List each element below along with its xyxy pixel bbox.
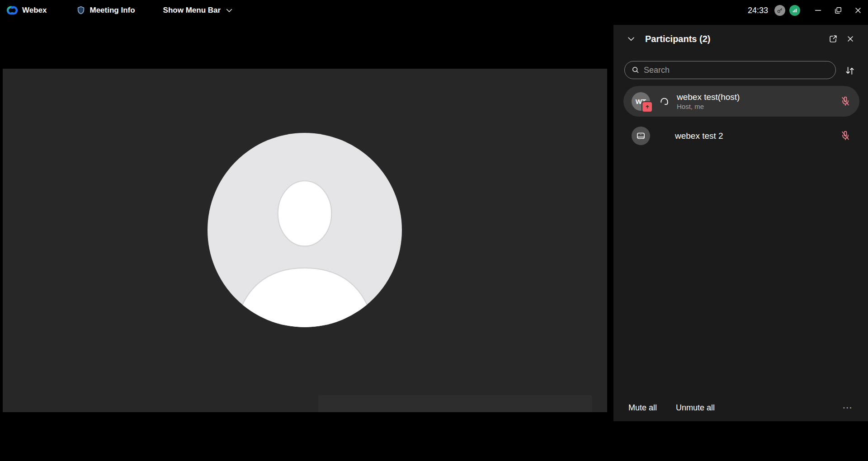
close-panel-icon[interactable] <box>842 31 859 47</box>
video-stage <box>3 69 607 412</box>
meeting-info-button[interactable]: Meeting Info <box>76 5 135 15</box>
avatar <box>632 127 650 145</box>
mic-muted-icon[interactable] <box>840 130 851 141</box>
shield-icon <box>76 5 86 15</box>
participants-panel: Participants (2) <box>613 25 868 421</box>
participant-avatar-placeholder <box>208 133 402 327</box>
webex-app-button[interactable]: Webex <box>6 5 47 16</box>
mic-muted-icon[interactable] <box>840 95 851 107</box>
participants-panel-header: Participants (2) <box>613 25 868 53</box>
minimize-button[interactable] <box>808 0 828 21</box>
show-menu-bar-label: Show Menu Bar <box>163 6 221 15</box>
participants-panel-footer: Mute all Unmute all ⋯ <box>613 398 868 418</box>
meeting-info-label: Meeting Info <box>90 6 135 15</box>
participant-name: webex test(host) <box>677 92 740 102</box>
control-bar: CC Unmute Start video Share <box>0 421 868 461</box>
show-menu-bar-button[interactable]: Show Menu Bar <box>163 6 234 15</box>
close-window-button[interactable] <box>848 0 868 21</box>
webex-logo-icon <box>6 5 18 16</box>
restore-window-button[interactable] <box>828 0 848 21</box>
search-input[interactable] <box>624 61 836 79</box>
connection-quality-icon[interactable] <box>789 5 800 16</box>
chevron-down-icon <box>225 6 234 15</box>
lock-key-indicator-icon[interactable] <box>774 5 785 16</box>
panel-more-options-button[interactable]: ⋯ <box>842 402 853 414</box>
participant-search <box>624 61 836 79</box>
sort-participants-icon[interactable] <box>840 63 859 78</box>
unmute-all-button[interactable]: Unmute all <box>676 403 715 413</box>
title-bar: Webex Meeting Info Show Menu Bar 24:33 <box>0 0 868 21</box>
avatar: WT <box>632 92 650 111</box>
stage-bottom-overlay <box>318 395 592 412</box>
participant-row[interactable]: webex test 2 <box>623 122 859 150</box>
participant-name: webex test 2 <box>675 131 723 141</box>
panel-title: Participants (2) <box>645 34 710 44</box>
search-icon <box>631 65 640 75</box>
headset-icon <box>658 95 670 108</box>
sharing-badge-icon <box>642 101 653 113</box>
mute-all-button[interactable]: Mute all <box>628 403 657 413</box>
participant-role: Host, me <box>677 102 740 111</box>
device-icon <box>635 130 646 141</box>
app-name-label: Webex <box>22 6 47 15</box>
meeting-timer: 24:33 <box>748 6 768 15</box>
collapse-panel-chevron-icon[interactable] <box>623 31 640 47</box>
popout-panel-icon[interactable] <box>825 31 842 47</box>
participant-row-host[interactable]: WT webex test(host) Host, me <box>623 86 859 117</box>
